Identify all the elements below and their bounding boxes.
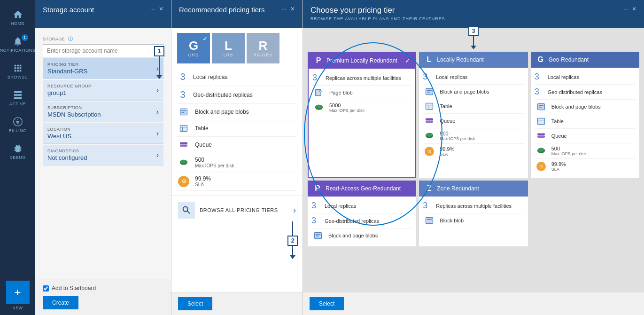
location-nav[interactable]: LOCATION West US › [43, 123, 163, 144]
zone-feature-replicas: 3 Replicas across multiple facilities [423, 198, 524, 213]
storage-panel-header: Storage account ··· ✕ [35, 0, 171, 28]
recommended-panel-title: Recommended pricing tiers [179, 6, 265, 14]
locally-card[interactable]: L Locally Redundant 3 Local replicas [419, 52, 528, 178]
locally-feature-iops: 500 Max IOPS per disk [423, 128, 524, 144]
read-access-blob-icon [311, 231, 325, 240]
locally-blob-icon [423, 87, 436, 96]
recommended-panel-footer: Select [171, 292, 303, 315]
panel1-menu-icon[interactable]: ··· [150, 6, 155, 12]
browse-all-pricing-row[interactable]: BROWSE ALL PRICING TIERS › [171, 196, 303, 224]
read-access-card[interactable]: R Read-Access Geo-Redundant 3 Local repl… [308, 181, 416, 246]
table-text: Table [195, 125, 209, 132]
premium-card-header: P Premium Locally Redundant ✓ [309, 53, 415, 69]
sidebar-browse-label: BROWSE [8, 75, 28, 79]
geo-blob-text: Block and page blobs [551, 104, 601, 110]
sidebar-billing-label: BILLING [8, 128, 26, 133]
locally-sla-num: 99.9% [440, 146, 454, 152]
iops-sub: Max IOPS per disk [195, 163, 234, 168]
locally-table-text: Table [440, 103, 452, 109]
geo-card[interactable]: G Geo-Redundant 3 Local replicas 3 Geo-d… [531, 52, 639, 178]
geo-local-text: Local replicas [548, 74, 579, 80]
read-access-geo-num: 3 [311, 216, 321, 226]
main-content: Storage account ··· ✕ Storage ⓘ 1 [35, 0, 644, 315]
premium-replicas-text: Replicas across multiple facilities [326, 75, 401, 81]
resource-group-nav[interactable]: RESOURCE GROUP group1 › [43, 80, 163, 101]
diagnostics-nav[interactable]: DIAGNOSTICS Not configured › [43, 145, 163, 165]
storage-name-input[interactable] [43, 44, 163, 57]
sidebar-item-home[interactable]: HOME [4, 5, 32, 31]
geo-queue-icon [535, 131, 548, 141]
pricing-tier-nav[interactable]: PRICING TIER Standard-GRS › [43, 58, 163, 79]
read-access-card-body: 3 Local replicas 3 Geo-distributed repli… [308, 197, 416, 246]
feature-queue: Queue [177, 137, 297, 153]
callout-line-1 [159, 56, 160, 75]
storage-field-label: Storage ⓘ [43, 36, 163, 42]
sidebar-item-active[interactable]: ACTIVE [4, 85, 32, 111]
tier-tile-grs[interactable]: G GRS ✓ [177, 33, 210, 63]
sidebar-item-debug[interactable]: DEBUG [4, 139, 32, 165]
grs-checkmark: ✓ [202, 35, 208, 42]
panel1-close-icon[interactable]: ✕ [159, 6, 163, 12]
locally-replicas-num: 3 [423, 72, 432, 82]
premium-checkmark: ✓ [405, 57, 411, 64]
tier-tile-ra-grs[interactable]: R RA-GRS [247, 33, 279, 63]
subscription-value: MSDN Subscription [47, 111, 156, 118]
locally-card-header: L Locally Redundant [419, 52, 528, 68]
svg-rect-21 [427, 92, 430, 93]
read-access-local-num: 3 [311, 201, 321, 211]
resource-group-value: group1 [47, 89, 156, 96]
geo-feature-sla: ⊙ 99.9% SLA [535, 159, 636, 174]
resource-group-label: RESOURCE GROUP [47, 84, 156, 88]
svg-rect-8 [180, 125, 187, 131]
geo-local-num: 3 [535, 72, 544, 82]
sla-icon: ⊙ [177, 176, 190, 187]
add-to-startboard-checkbox[interactable] [43, 285, 49, 291]
panel3-menu-icon[interactable]: ··· [623, 6, 628, 12]
pricing-grid: P Premium Locally Redundant ✓ 3 Replicas… [308, 52, 639, 246]
feature-iops: 500 Max IOPS per disk [177, 153, 297, 172]
premium-iops-icon [312, 103, 326, 112]
location-label: LOCATION [47, 127, 156, 132]
locally-feature-blob: Block and page blobs [423, 85, 524, 99]
geo-geo-text: Geo-distributed replicas [548, 89, 602, 95]
pricing-tier-value: Standard-GRS [47, 68, 156, 75]
sidebar-item-billing[interactable]: $ BILLING [4, 112, 32, 138]
panel2-close-icon[interactable]: ✕ [290, 6, 295, 12]
choose-select-button[interactable]: Select [310, 297, 344, 310]
svg-rect-20 [427, 90, 432, 91]
panel2-menu-icon[interactable]: ··· [282, 6, 287, 12]
feature-table: Table [177, 120, 297, 137]
resource-group-arrow: › [156, 86, 159, 94]
new-button[interactable]: + [6, 281, 30, 304]
callout-number-1: 1 [154, 46, 164, 56]
zone-card[interactable]: Z Zone Redundant 3 Replicas across multi… [419, 181, 528, 246]
subscription-nav[interactable]: SUBSCRIPTION MSDN Subscription › [43, 102, 163, 122]
panel3-close-icon[interactable]: ✕ [632, 6, 636, 12]
premium-iops-num: 5000 [329, 102, 365, 108]
tier-tile-lrs[interactable]: L LRS [212, 33, 245, 63]
locally-feature-table: Table [423, 99, 524, 114]
sidebar: HOME 1 NOTIFICATIONS BROWSE ACTIVE $ BIL… [0, 0, 35, 315]
premium-pageblob-icon [312, 88, 326, 97]
queue-text: Queue [195, 142, 212, 148]
locally-sla-sub: SLA [440, 152, 454, 157]
location-arrow: › [156, 129, 159, 138]
sidebar-item-notifications[interactable]: 1 NOTIFICATIONS [4, 32, 32, 57]
premium-card[interactable]: P Premium Locally Redundant ✓ 3 Replicas… [308, 52, 416, 178]
callout-3: 3 [468, 26, 479, 49]
sla-sub: SLA [195, 182, 211, 187]
geo-blob-icon [535, 102, 548, 111]
storage-account-panel: Storage account ··· ✕ Storage ⓘ 1 [35, 0, 171, 315]
geo-feature-geo: 3 Geo-distributed replicas [535, 85, 636, 100]
create-button[interactable]: Create [43, 296, 78, 309]
recommended-select-button[interactable]: Select [178, 297, 212, 310]
tier-tiles: G GRS ✓ L LRS R RA-GRS [171, 28, 303, 68]
panel2-controls: ··· ✕ [282, 6, 295, 12]
geo-feature-queue: Queue [535, 129, 636, 143]
read-access-blob-text: Block and page blobs [328, 233, 378, 238]
sidebar-item-browse[interactable]: BROWSE [4, 58, 32, 84]
storage-panel-title: Storage account [43, 6, 94, 14]
feature-blob: Block and page blobs [177, 104, 297, 120]
locally-sla-circle: ⊙ [425, 147, 434, 156]
locally-blob-text: Block and page blobs [440, 89, 489, 94]
